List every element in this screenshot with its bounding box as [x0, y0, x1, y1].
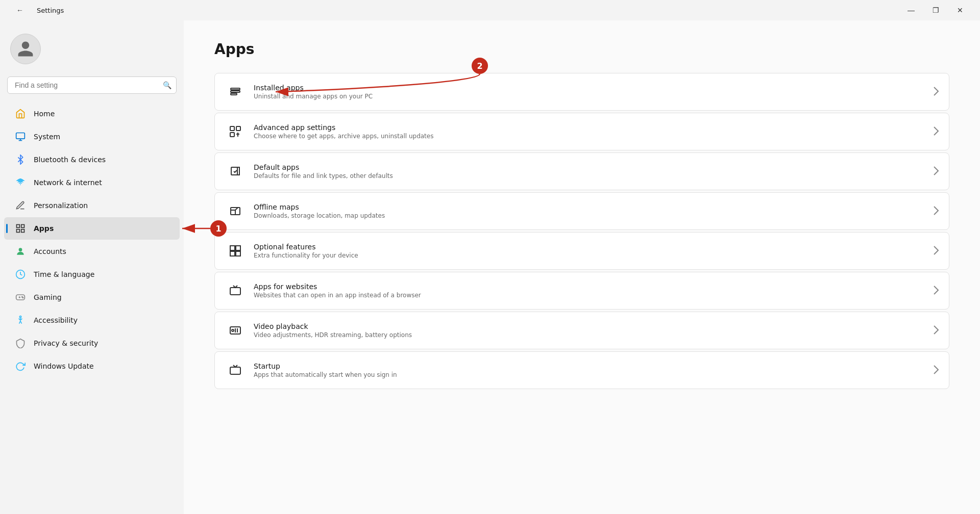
back-button[interactable]: ← — [8, 2, 32, 18]
apps-for-websites-desc: Websites that can open in an app instead… — [254, 292, 928, 299]
sidebar-item-time[interactable]: Time & language — [4, 263, 180, 286]
svg-rect-32 — [230, 367, 240, 374]
chevron-right-icon — [934, 206, 939, 217]
sidebar-item-bluetooth[interactable]: Bluetooth & devices — [4, 148, 180, 171]
video-playback-desc: Video adjustments, HDR streaming, batter… — [254, 331, 928, 339]
sidebar-item-label-home: Home — [34, 110, 55, 118]
app-container: 🔍 HomeSystemBluetooth & devicesNetwork &… — [0, 20, 980, 514]
svg-rect-25 — [230, 251, 235, 256]
maximize-button[interactable]: ❐ — [924, 2, 947, 18]
offline-maps-icon — [225, 201, 246, 221]
svg-rect-26 — [236, 251, 240, 256]
update-icon — [14, 360, 27, 372]
minimize-button[interactable]: — — [899, 2, 923, 18]
settings-item-offline-maps[interactable]: Offline mapsDownloads, storage location,… — [214, 192, 949, 230]
sidebar-item-accessibility[interactable]: Accessibility — [4, 309, 180, 331]
sidebar-item-gaming[interactable]: Gaming — [4, 286, 180, 309]
avatar-section — [0, 25, 184, 76]
bluetooth-icon — [14, 153, 27, 166]
svg-rect-3 — [17, 225, 20, 228]
sidebar-item-system[interactable]: System — [4, 125, 180, 148]
sidebar-item-home[interactable]: Home — [4, 102, 180, 125]
sidebar-item-apps[interactable]: Apps — [4, 217, 180, 240]
installed-apps-text: Installed appsUninstall and manage apps … — [254, 84, 928, 100]
close-button[interactable]: ✕ — [948, 2, 972, 18]
title-bar: ← Settings — ❐ ✕ — [0, 0, 980, 20]
chevron-right-icon — [934, 286, 939, 296]
svg-rect-24 — [236, 246, 240, 250]
advanced-app-settings-text: Advanced app settingsChoose where to get… — [254, 123, 928, 140]
svg-rect-23 — [230, 246, 235, 250]
settings-item-video-playback[interactable]: Video playbackVideo adjustments, HDR str… — [214, 312, 949, 349]
sidebar-item-update[interactable]: Windows Update — [4, 355, 180, 377]
svg-point-14 — [19, 316, 21, 318]
chevron-right-icon — [934, 246, 939, 256]
apps-for-websites-text: Apps for websitesWebsites that can open … — [254, 282, 928, 299]
chevron-right-icon — [934, 87, 939, 97]
advanced-app-settings-icon — [225, 121, 246, 142]
svg-rect-4 — [21, 225, 24, 228]
svg-point-29 — [232, 329, 234, 331]
svg-rect-16 — [231, 91, 240, 92]
nav-list: HomeSystemBluetooth & devicesNetwork & i… — [0, 102, 184, 378]
sidebar-item-label-time: Time & language — [34, 270, 94, 278]
settings-item-default-apps[interactable]: Default appsDefaults for file and link t… — [214, 152, 949, 190]
installed-apps-title: Installed apps — [254, 84, 928, 92]
sidebar-item-label-accounts: Accounts — [34, 247, 66, 255]
window-controls: — ❐ ✕ — [899, 2, 972, 18]
svg-rect-20 — [230, 133, 234, 137]
svg-point-12 — [22, 297, 22, 297]
settings-item-optional-features[interactable]: Optional featuresExtra functionality for… — [214, 232, 949, 270]
search-icon: 🔍 — [163, 81, 172, 89]
sidebar-item-accounts[interactable]: Accounts — [4, 240, 180, 263]
svg-point-13 — [22, 297, 23, 298]
system-icon — [14, 131, 27, 143]
video-playback-icon — [225, 320, 246, 341]
sidebar-item-label-update: Windows Update — [34, 362, 94, 370]
installed-apps-icon — [225, 82, 246, 102]
offline-maps-title: Offline maps — [254, 203, 928, 211]
startup-icon — [225, 360, 246, 380]
time-icon — [14, 268, 27, 280]
startup-title: Startup — [254, 362, 928, 370]
default-apps-title: Default apps — [254, 163, 928, 171]
settings-list: Installed appsUninstall and manage apps … — [214, 73, 949, 389]
sidebar-item-network[interactable]: Network & internet — [4, 171, 180, 194]
accounts-icon — [14, 245, 27, 258]
svg-rect-18 — [230, 126, 234, 131]
search-box: 🔍 — [7, 76, 177, 94]
apps-for-websites-icon — [225, 280, 246, 301]
optional-features-title: Optional features — [254, 243, 928, 251]
sidebar-item-privacy[interactable]: Privacy & security — [4, 332, 180, 354]
chevron-right-icon — [934, 166, 939, 177]
svg-rect-5 — [17, 229, 20, 233]
gaming-icon — [14, 291, 27, 303]
settings-item-advanced-app-settings[interactable]: Advanced app settingsChoose where to get… — [214, 113, 949, 150]
main-content: Apps Installed appsUninstall and manage … — [184, 20, 980, 514]
video-playback-title: Video playback — [254, 322, 928, 330]
settings-item-startup[interactable]: StartupApps that automatically start whe… — [214, 351, 949, 389]
installed-apps-desc: Uninstall and manage apps on your PC — [254, 93, 928, 100]
title-bar-left: ← Settings — [8, 2, 64, 18]
svg-rect-0 — [16, 133, 25, 139]
svg-rect-6 — [21, 229, 24, 233]
sidebar-item-label-accessibility: Accessibility — [34, 316, 78, 324]
sidebar-item-label-bluetooth: Bluetooth & devices — [34, 156, 106, 164]
settings-item-installed-apps[interactable]: Installed appsUninstall and manage apps … — [214, 73, 949, 111]
settings-item-apps-for-websites[interactable]: Apps for websitesWebsites that can open … — [214, 272, 949, 310]
sidebar-item-label-personalization: Personalization — [34, 201, 88, 210]
personalization-icon — [14, 199, 27, 212]
optional-features-icon — [225, 241, 246, 261]
svg-rect-17 — [231, 93, 237, 95]
search-input[interactable] — [7, 76, 177, 94]
advanced-app-settings-title: Advanced app settings — [254, 123, 928, 132]
startup-text: StartupApps that automatically start whe… — [254, 362, 928, 378]
sidebar-item-label-system: System — [34, 133, 60, 141]
avatar[interactable] — [10, 34, 41, 64]
sidebar-item-personalization[interactable]: Personalization — [4, 194, 180, 217]
privacy-icon — [14, 337, 27, 349]
svg-rect-15 — [231, 88, 240, 90]
sidebar-item-label-network: Network & internet — [34, 178, 102, 187]
default-apps-desc: Defaults for file and link types, other … — [254, 172, 928, 179]
user-icon — [16, 40, 35, 58]
